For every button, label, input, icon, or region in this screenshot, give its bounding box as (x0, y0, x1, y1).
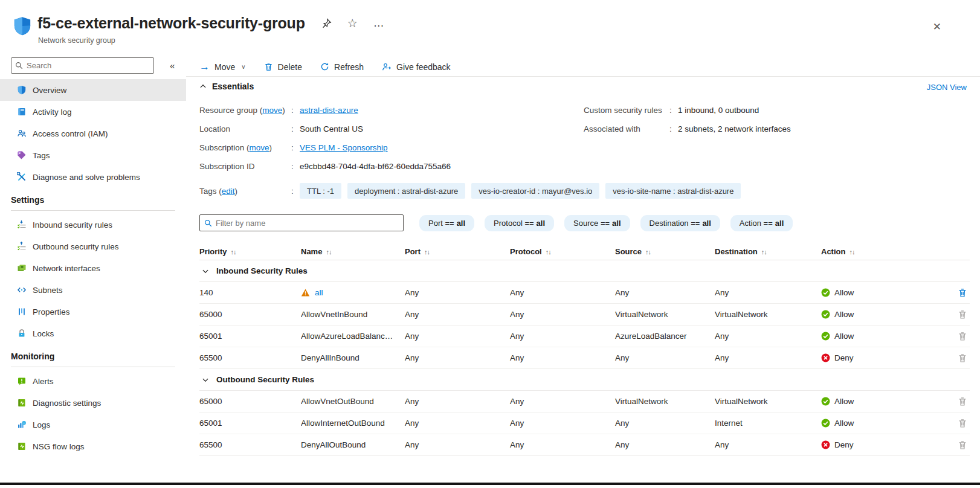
column-header-name[interactable]: Name↑↓ (301, 247, 405, 256)
column-header-source[interactable]: Source↑↓ (615, 247, 715, 256)
delete-rule-icon[interactable] (958, 310, 967, 319)
deny-status-icon (821, 353, 830, 362)
delete-rule-icon[interactable] (958, 440, 967, 450)
sidebar-item-diagnostic-settings[interactable]: Diagnostic settings (0, 392, 186, 414)
sidebar-item-properties[interactable]: Properties (0, 301, 186, 323)
sidebar-item-access-control[interactable]: Access control (IAM) (0, 123, 186, 144)
tag-pill-site-name[interactable]: ves-io-site-name : astral-dist-azure (605, 183, 741, 199)
subnets-icon (17, 285, 27, 295)
inbound-rules-group[interactable]: Inbound Security Rules (199, 260, 970, 282)
sidebar-search[interactable] (11, 57, 154, 74)
tag-pill-ttl[interactable]: TTL : -1 (300, 183, 341, 199)
give-feedback-button[interactable]: Give feedback (382, 62, 451, 72)
outbound-rules-group[interactable]: Outbound Security Rules (199, 369, 970, 391)
column-header-action[interactable]: Action↑↓ (821, 247, 946, 256)
essentials-toggle[interactable]: Essentials (199, 82, 254, 91)
chevron-down-icon (202, 268, 209, 275)
table-row[interactable]: 65001 AllowAzureLoadBalanc… Any Any Azur… (199, 326, 970, 347)
refresh-label: Refresh (334, 62, 364, 72)
filter-pill-protocol[interactable]: Protocol == all (485, 215, 554, 231)
table-row[interactable]: 65500 DenyAllOutBound Any Any Any Any De… (199, 434, 970, 456)
sidebar-item-activity-log[interactable]: Activity log (0, 101, 186, 123)
delete-rule-icon[interactable] (958, 332, 967, 341)
table-row[interactable]: 65000 AllowVnetOutBound Any Any VirtualN… (199, 391, 970, 413)
page-title: f5-ce-external-network-security-group (37, 14, 305, 32)
outbound-rules-icon (17, 242, 27, 251)
sidebar-item-logs[interactable]: Logs (0, 414, 186, 435)
delete-button[interactable]: Delete (264, 62, 302, 72)
overview-shield-icon (17, 85, 27, 95)
refresh-button[interactable]: Refresh (320, 62, 364, 72)
sidebar-item-label: Access control (IAM) (33, 129, 108, 138)
delete-rule-icon[interactable] (958, 397, 967, 406)
subscription-link[interactable]: VES PLM - Sponsorship (300, 143, 388, 152)
sidebar-item-subnets[interactable]: Subnets (0, 279, 186, 301)
delete-rule-icon[interactable] (958, 353, 967, 363)
table-row[interactable]: 65000 AllowVnetInBound Any Any VirtualNe… (199, 304, 970, 326)
sort-icon: ↑↓ (424, 248, 430, 255)
sidebar-item-overview[interactable]: Overview (0, 79, 186, 101)
tags-edit-link[interactable]: edit (222, 187, 235, 196)
collapse-sidebar-icon[interactable]: « (170, 60, 175, 71)
sidebar-item-alerts[interactable]: Alerts (0, 370, 186, 392)
json-view-link[interactable]: JSON View (927, 83, 967, 92)
subscription-row: Subscription (move) : VES PLM - Sponsors… (199, 138, 451, 157)
favorite-star-icon[interactable]: ☆ (347, 16, 358, 30)
column-header-destination[interactable]: Destination↑↓ (715, 247, 821, 256)
subscription-move-link[interactable]: move (250, 143, 269, 152)
filter-pill-source[interactable]: Source == all (564, 215, 630, 231)
sidebar-item-nsg-flow-logs[interactable]: NSG flow logs (0, 435, 186, 457)
sidebar-item-network-interfaces[interactable]: Network interfaces (0, 257, 186, 279)
sidebar-item-tags[interactable]: Tags (0, 144, 186, 166)
sidebar-item-inbound-rules[interactable]: Inbound security rules (0, 214, 186, 236)
filter-by-name-box[interactable] (199, 214, 404, 231)
delete-rule-icon[interactable] (958, 419, 967, 428)
sidebar-item-label: Inbound security rules (33, 220, 112, 230)
sidebar-search-input[interactable] (27, 61, 147, 70)
tag-pill-deployment[interactable]: deployment : astral-dist-azure (347, 183, 465, 199)
sidebar-section-monitoring: Monitoring (11, 352, 175, 367)
sidebar-item-diagnose[interactable]: Diagnose and solve problems (0, 166, 186, 188)
move-button[interactable]: → Move ∨ (199, 62, 246, 72)
rule-name: AllowAzureLoadBalanc… (301, 332, 393, 341)
tag-pill-creator[interactable]: ves-io-creator-id : mayur@ves.io (471, 183, 599, 199)
table-row[interactable]: 140 all Any Any Any Any Allow (199, 282, 970, 304)
filter-pill-port[interactable]: Port == all (419, 215, 474, 231)
sort-icon: ↑↓ (546, 248, 551, 255)
sidebar-item-label: Logs (33, 420, 50, 429)
nsg-shield-icon (12, 16, 33, 36)
table-row[interactable]: 65500 DenyAllInBound Any Any Any Any Den… (199, 347, 970, 369)
resource-group-link[interactable]: astral-dist-azure (300, 106, 358, 115)
rule-name: DenyAllInBound (301, 353, 359, 362)
sidebar-item-outbound-rules[interactable]: Outbound security rules (0, 236, 186, 257)
filter-by-name-input[interactable] (216, 219, 391, 228)
security-rules-table: Priority↑↓ Name↑↓ Port↑↓ Protocol↑↓ Sour… (199, 243, 970, 456)
column-header-priority[interactable]: Priority↑↓ (199, 247, 301, 256)
column-header-port[interactable]: Port↑↓ (405, 247, 510, 256)
resource-group-move-link[interactable]: move (262, 106, 282, 115)
more-options-icon[interactable]: … (373, 17, 385, 30)
sidebar-item-label: Diagnostic settings (33, 399, 101, 408)
associated-with-row: Associated with : 2 subnets, 2 network i… (584, 120, 791, 138)
location-row: Location : South Central US (199, 120, 451, 138)
sidebar-item-label: Outbound security rules (33, 242, 119, 251)
filter-pill-action[interactable]: Action == all (730, 215, 793, 231)
command-bar: → Move ∨ Delete Refresh (186, 57, 980, 77)
rule-name-link[interactable]: all (315, 288, 323, 297)
table-row[interactable]: 65001 AllowInternetOutBound Any Any Any … (199, 413, 970, 434)
chevron-down-icon: ∨ (241, 63, 245, 70)
delete-rule-icon[interactable] (958, 288, 967, 298)
chevron-down-icon (202, 376, 209, 384)
pin-icon[interactable] (321, 18, 332, 29)
search-icon (15, 62, 23, 69)
search-icon (204, 219, 212, 227)
sidebar-item-locks[interactable]: Locks (0, 323, 186, 344)
allow-status-icon (821, 332, 830, 341)
allow-status-icon (821, 397, 830, 406)
custom-rules-row: Custom security rules : 1 inbound, 0 out… (584, 101, 791, 120)
nsg-flow-logs-icon (17, 441, 27, 451)
essentials-left-column: Resource group (move) : astral-dist-azur… (199, 101, 451, 176)
filter-pill-destination[interactable]: Destination == all (640, 215, 720, 231)
close-blade-icon[interactable]: ✕ (933, 21, 941, 33)
column-header-protocol[interactable]: Protocol↑↓ (510, 247, 615, 256)
